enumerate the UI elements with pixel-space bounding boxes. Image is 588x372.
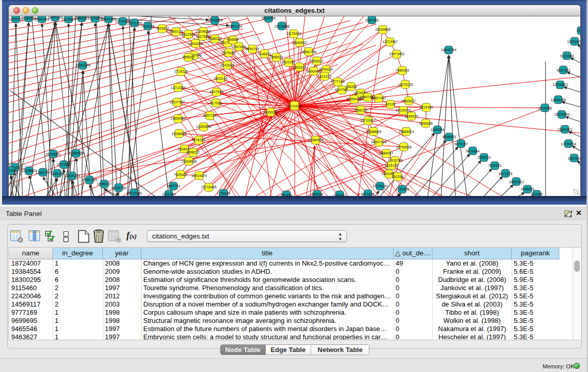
svg-text:9245652: 9245652 <box>521 187 535 191</box>
svg-text:7386322: 7386322 <box>354 108 368 112</box>
svg-text:16958127: 16958127 <box>97 182 112 186</box>
svg-text:19218596: 19218596 <box>274 25 290 28</box>
svg-text:2967608: 2967608 <box>232 45 246 49</box>
svg-text:15692971: 15692971 <box>557 128 573 132</box>
svg-text:16914479: 16914479 <box>191 174 207 178</box>
svg-text:7485063: 7485063 <box>396 69 409 72</box>
svg-text:12156829: 12156829 <box>21 169 37 172</box>
svg-text:10671355: 10671355 <box>127 21 142 25</box>
svg-text:8322057: 8322057 <box>282 60 296 64</box>
svg-text:8267110: 8267110 <box>203 114 216 117</box>
svg-text:989619: 989619 <box>183 55 194 59</box>
svg-text:6479197: 6479197 <box>454 142 468 146</box>
svg-text:5878332: 5878332 <box>192 138 206 142</box>
svg-text:17016504: 17016504 <box>561 142 576 146</box>
svg-text:12444159: 12444159 <box>551 98 566 102</box>
svg-text:9129966: 9129966 <box>560 54 574 58</box>
svg-text:10807487: 10807487 <box>371 96 386 100</box>
svg-text:62160: 62160 <box>386 102 396 106</box>
svg-text:16848764: 16848764 <box>441 48 456 52</box>
svg-text:1640954: 1640954 <box>431 128 445 132</box>
svg-text:19654983: 19654983 <box>170 117 186 120</box>
svg-text:11125419: 11125419 <box>286 32 301 35</box>
svg-text:8938923: 8938923 <box>443 135 456 139</box>
svg-text:15300287: 15300287 <box>263 111 278 114</box>
svg-text:7663822: 7663822 <box>156 27 169 30</box>
svg-text:16782759: 16782759 <box>111 186 126 190</box>
svg-text:2718126: 2718126 <box>175 70 188 73</box>
svg-text:817006: 817006 <box>210 101 222 105</box>
svg-text:11121: 11121 <box>577 29 580 32</box>
svg-text:252254: 252254 <box>392 175 404 179</box>
svg-text:12342757: 12342757 <box>35 171 51 174</box>
svg-text:10975897: 10975897 <box>56 163 72 166</box>
svg-text:9474444: 9474444 <box>466 149 480 153</box>
svg-text:10654112: 10654112 <box>509 180 524 184</box>
svg-text:8990443: 8990443 <box>307 70 321 73</box>
svg-text:9699695: 9699695 <box>419 122 433 125</box>
svg-text:1167531: 1167531 <box>568 157 580 160</box>
svg-text:16033809: 16033809 <box>207 18 223 22</box>
svg-text:8454749: 8454749 <box>246 47 259 51</box>
svg-text:4498222: 4498222 <box>186 150 200 154</box>
svg-text:12353594: 12353594 <box>196 125 211 128</box>
svg-text:7357224: 7357224 <box>229 25 243 28</box>
svg-text:12359928: 12359928 <box>69 151 84 155</box>
svg-text:12023446: 12023446 <box>126 191 142 195</box>
svg-text:19756928: 19756928 <box>396 145 411 149</box>
svg-text:9227342: 9227342 <box>557 69 571 72</box>
svg-text:12213967: 12213967 <box>382 40 398 43</box>
svg-text:19166825: 19166825 <box>171 132 187 136</box>
svg-text:2603144: 2603144 <box>214 77 228 80</box>
svg-text:6794024: 6794024 <box>319 68 333 71</box>
svg-text:16154808: 16154808 <box>375 28 390 31</box>
svg-text:12505135: 12505135 <box>64 174 80 178</box>
svg-text:834524: 834524 <box>312 192 323 196</box>
svg-text:9242848: 9242848 <box>221 63 234 67</box>
svg-text:9427552: 9427552 <box>210 90 224 94</box>
svg-text:9884067: 9884067 <box>380 151 394 155</box>
svg-text:110753: 110753 <box>9 163 10 166</box>
svg-text:19384554: 19384554 <box>308 138 323 142</box>
svg-text:391540: 391540 <box>9 169 17 172</box>
svg-text:18107552: 18107552 <box>169 100 185 104</box>
svg-text:14136141: 14136141 <box>373 184 388 188</box>
svg-text:8471676: 8471676 <box>499 172 513 176</box>
svg-text:19654923: 19654923 <box>399 130 414 134</box>
svg-text:16543362: 16543362 <box>188 42 203 46</box>
svg-text:1615152: 1615152 <box>385 164 399 167</box>
svg-text:8912954: 8912954 <box>182 33 195 36</box>
svg-text:16961758: 16961758 <box>301 50 316 54</box>
svg-text:8186323: 8186323 <box>208 37 222 40</box>
svg-text:1588520: 1588520 <box>270 55 284 59</box>
svg-text:7632621: 7632621 <box>488 164 502 167</box>
svg-text:68661600: 68661600 <box>101 17 116 21</box>
svg-text:746266: 746266 <box>345 85 357 89</box>
svg-text:7955812: 7955812 <box>310 59 324 63</box>
svg-text:20053346: 20053346 <box>75 63 91 67</box>
svg-text:2087682: 2087682 <box>365 18 379 22</box>
svg-text:18724007: 18724007 <box>287 104 302 108</box>
svg-text:20364436: 20364436 <box>346 97 362 101</box>
svg-text:15720407: 15720407 <box>360 119 376 122</box>
svg-text:5375685: 5375685 <box>222 51 236 55</box>
svg-text:9457791: 9457791 <box>167 184 181 188</box>
svg-text:1362615: 1362615 <box>293 65 307 69</box>
svg-text:12975125: 12975125 <box>398 83 413 86</box>
svg-text:9327505: 9327505 <box>196 35 210 38</box>
svg-text:9115460: 9115460 <box>420 105 433 109</box>
svg-text:18807249: 18807249 <box>371 140 386 144</box>
svg-text:20206551: 20206551 <box>46 152 61 156</box>
svg-text:154699: 154699 <box>227 38 239 41</box>
svg-text:924565: 924565 <box>531 192 543 196</box>
svg-text:15409948: 15409948 <box>181 160 197 163</box>
svg-text:8813054: 8813054 <box>262 16 276 20</box>
svg-text:9660124: 9660124 <box>169 30 183 33</box>
svg-text:16210643: 16210643 <box>554 113 570 116</box>
svg-text:7625402: 7625402 <box>174 173 188 177</box>
svg-text:1849579: 1849579 <box>405 115 419 118</box>
svg-text:10688609: 10688609 <box>366 130 381 134</box>
svg-text:15716485: 15716485 <box>201 185 216 189</box>
svg-text:1621072: 1621072 <box>318 75 332 78</box>
svg-text:8471676: 8471676 <box>361 192 375 196</box>
